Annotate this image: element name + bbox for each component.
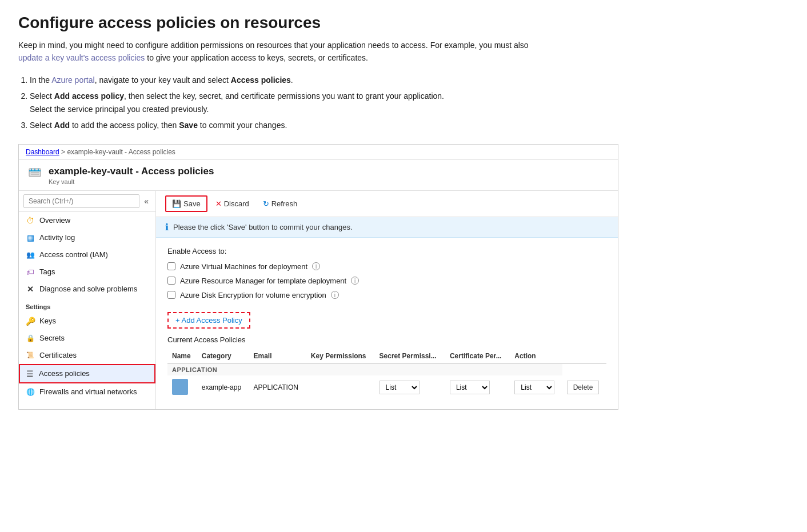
azure-portal-link[interactable]: Azure portal — [51, 75, 94, 85]
access-policies-icon: ☰ — [25, 369, 34, 378]
portal-header: example-key-vault - Access policies Key … — [19, 160, 618, 191]
portal-header-text: example-key-vault - Access policies Key … — [49, 166, 214, 186]
breadcrumb-home[interactable]: Dashboard — [26, 148, 59, 156]
secrets-icon: 🔒 — [26, 334, 35, 343]
portal-content: Enable Access to: Azure Virtual Machines… — [156, 238, 618, 409]
refresh-label: Refresh — [271, 199, 298, 208]
step2-bold: Add access policy — [54, 91, 124, 101]
refresh-button[interactable]: ↻ Refresh — [257, 197, 303, 211]
tags-icon: 🏷 — [26, 267, 35, 277]
row-name: example-app — [197, 375, 249, 400]
row-cert-perms: List — [510, 375, 562, 400]
current-policies-title: Current Access Policies — [167, 335, 606, 344]
sidebar-item-access-control[interactable]: 👥 Access control (IAM) — [19, 246, 155, 263]
sidebar-label-firewalls: Firewalls and virtual networks — [39, 387, 137, 396]
disk-info-icon[interactable]: i — [331, 291, 339, 299]
intro-paragraph: Keep in mind, you might need to configur… — [18, 39, 533, 65]
checkbox-arm: Azure Resource Manager for template depl… — [167, 277, 606, 285]
cert-permissions-select[interactable]: List — [514, 381, 554, 394]
info-bar-message: Please the click 'Save' button to commit… — [173, 223, 353, 231]
sidebar-item-diagnose[interactable]: ✕ Diagnose and solve problems — [19, 281, 155, 298]
sidebar-item-access-policies[interactable]: ☰ Access policies — [19, 364, 155, 383]
sidebar-item-activity-log[interactable]: ▦ Activity log — [19, 229, 155, 246]
portal-sidebar: « ⏱ Overview ▦ Activity log 👥 Access con… — [19, 191, 156, 409]
certificates-icon: 📜 — [26, 351, 35, 360]
row-secret-perms: List — [445, 375, 510, 400]
policies-table: Name Category Email Key Permissions Secr… — [167, 349, 606, 400]
portal-main: 💾 Save ✕ Discard ↻ Refresh ℹ Please the … — [156, 191, 618, 409]
arm-info-icon[interactable]: i — [351, 277, 359, 285]
col-header-email: Email — [249, 349, 306, 364]
discard-icon: ✕ — [215, 199, 222, 208]
disk-label: Azure Disk Encryption for volume encrypt… — [180, 291, 326, 299]
col-header-secret-perms: Secret Permissi... — [375, 349, 445, 364]
row-email — [306, 375, 375, 400]
portal-toolbar: 💾 Save ✕ Discard ↻ Refresh — [156, 191, 618, 217]
checkbox-disk: Azure Disk Encryption for volume encrypt… — [167, 291, 606, 299]
keys-icon: 🔑 — [26, 317, 35, 326]
sidebar-collapse-button[interactable]: « — [142, 195, 151, 207]
vm-checkbox[interactable] — [167, 262, 175, 270]
sidebar-item-certificates[interactable]: 📜 Certificates — [19, 347, 155, 364]
add-access-policy-button[interactable]: + Add Access Policy — [167, 312, 250, 329]
key-vault-header-icon — [28, 167, 42, 182]
access-control-icon: 👥 — [26, 250, 35, 259]
sidebar-scrollable: ⏱ Overview ▦ Activity log 👥 Access contr… — [19, 212, 155, 401]
sidebar-label-keys: Keys — [39, 317, 56, 325]
step-2: Select Add access policy, then select th… — [30, 90, 533, 117]
step1-bold: Access policies — [231, 75, 291, 85]
search-input[interactable] — [23, 194, 139, 208]
refresh-icon: ↻ — [263, 199, 269, 208]
row-category: APPLICATION — [249, 375, 306, 400]
discard-button[interactable]: ✕ Discard — [210, 197, 255, 211]
arm-checkbox[interactable] — [167, 277, 175, 285]
sidebar-label-access-control: Access control (IAM) — [39, 250, 108, 259]
portal-resource-subtitle: Key vault — [49, 178, 74, 185]
secret-permissions-select[interactable]: List — [450, 381, 490, 394]
col-header-name: Name — [167, 349, 197, 364]
steps-list: In the Azure portal, navigate to your ke… — [18, 74, 533, 133]
delete-policy-button[interactable]: Delete — [567, 381, 600, 394]
sidebar-item-overview[interactable]: ⏱ Overview — [19, 212, 155, 229]
row-action: Delete — [562, 375, 606, 400]
sidebar-label-access-policies: Access policies — [39, 369, 90, 378]
sidebar-item-keys[interactable]: 🔑 Keys — [19, 313, 155, 330]
breadcrumb-separator: > — [61, 148, 67, 156]
info-bar-icon: ℹ — [165, 222, 169, 233]
sidebar-label-certificates: Certificates — [39, 351, 77, 359]
col-header-action: Action — [510, 349, 562, 364]
sidebar-item-tags[interactable]: 🏷 Tags — [19, 263, 155, 281]
portal-body: « ⏱ Overview ▦ Activity log 👥 Access con… — [19, 191, 618, 409]
arm-label: Azure Resource Manager for template depl… — [180, 277, 346, 285]
intro-text-1: Keep in mind, you might need to configur… — [18, 41, 529, 50]
portal-resource-title: example-key-vault - Access policies — [49, 166, 214, 177]
save-button[interactable]: 💾 Save — [165, 195, 207, 212]
disk-checkbox[interactable] — [167, 291, 175, 299]
sidebar-item-secrets[interactable]: 🔒 Secrets — [19, 330, 155, 347]
col-header-category: Category — [197, 349, 249, 364]
diagnose-icon: ✕ — [26, 285, 35, 294]
settings-section-label: Settings — [19, 298, 155, 313]
portal-screenshot: Dashboard > example-key-vault - Access p… — [18, 144, 618, 410]
sidebar-item-firewalls[interactable]: 🌐 Firewalls and virtual networks — [19, 383, 155, 401]
update-key-vault-link[interactable]: update a key vault's access policies — [18, 53, 145, 62]
enable-access-title: Enable Access to: — [167, 247, 606, 255]
group-header-application: APPLICATION — [167, 363, 562, 375]
row-icon-cell — [167, 375, 197, 400]
sidebar-label-secrets: Secrets — [39, 334, 65, 342]
save-icon: 💾 — [172, 199, 181, 208]
vm-label: Azure Virtual Machines for deployment — [180, 262, 307, 271]
table-row: example-app APPLICATION List — [167, 375, 606, 400]
col-header-cert-perms: Certificate Per... — [445, 349, 510, 364]
step3-bold-save: Save — [179, 121, 198, 130]
breadcrumb-current: example-key-vault - Access policies — [67, 148, 175, 156]
info-bar: ℹ Please the click 'Save' button to comm… — [156, 217, 618, 238]
step-1: In the Azure portal, navigate to your ke… — [30, 74, 533, 87]
activity-log-icon: ▦ — [26, 233, 35, 242]
vm-info-icon[interactable]: i — [312, 262, 320, 270]
breadcrumb: Dashboard > example-key-vault - Access p… — [19, 145, 618, 160]
key-permissions-select[interactable]: List — [379, 381, 420, 394]
save-label: Save — [183, 199, 201, 208]
col-header-key-perms: Key Permissions — [306, 349, 375, 364]
sidebar-search-row: « — [19, 191, 155, 212]
